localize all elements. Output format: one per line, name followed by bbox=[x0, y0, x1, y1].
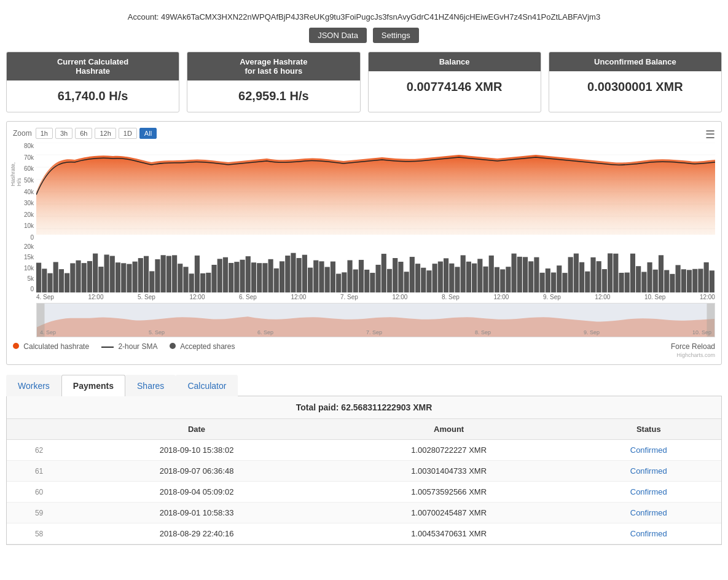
svg-rect-65 bbox=[359, 260, 364, 292]
zoom-12h[interactable]: 12h bbox=[95, 128, 115, 139]
svg-rect-24 bbox=[127, 264, 131, 292]
svg-rect-52 bbox=[285, 256, 290, 292]
zoom-label: Zoom bbox=[13, 129, 32, 138]
svg-rect-117 bbox=[653, 270, 658, 292]
svg-rect-96 bbox=[534, 257, 539, 292]
svg-rect-51 bbox=[280, 261, 284, 292]
legend-hashrate: Calculated hashrate bbox=[13, 342, 89, 351]
y-label-0: 0 bbox=[13, 234, 34, 241]
row-num-1: 61 bbox=[7, 461, 71, 482]
stat-value-2: 0.00774146 XMR bbox=[369, 71, 541, 103]
nav-x-4sep: 4. Sep bbox=[40, 329, 56, 335]
y-label-10k: 10k bbox=[13, 222, 34, 229]
chart-menu-icon[interactable]: ☰ bbox=[705, 128, 715, 141]
y-label-30k: 30k bbox=[13, 200, 34, 206]
page-wrapper: Account: 49WAk6TaCMX3HXN22nWPQAfBjP4J3Re… bbox=[0, 0, 728, 551]
x-1200-6: 12:00 bbox=[595, 294, 610, 300]
row-date-0: 2018-09-10 15:38:02 bbox=[71, 440, 322, 461]
tab-payments[interactable]: Payments bbox=[61, 375, 125, 396]
svg-rect-76 bbox=[421, 268, 426, 292]
zoom-all[interactable]: All bbox=[139, 128, 157, 139]
json-data-button[interactable]: JSON Data bbox=[309, 28, 367, 43]
zoom-1d[interactable]: 1D bbox=[119, 128, 137, 139]
account-address: 49WAk6TaCMX3HXN22nWPQAfBjP4J3ReUKg9tu3Fo… bbox=[161, 12, 600, 22]
table-row: 60 2018-09-04 05:09:02 1.00573592566 XMR… bbox=[7, 482, 721, 503]
svg-rect-48 bbox=[262, 263, 267, 292]
x-6sep: 6. Sep bbox=[239, 294, 257, 300]
svg-rect-8 bbox=[36, 263, 41, 292]
svg-rect-28 bbox=[149, 271, 154, 292]
row-status-3: Confirmed bbox=[576, 503, 721, 523]
nav-x-7sep: 7. Sep bbox=[366, 329, 382, 335]
zoom-6h[interactable]: 6h bbox=[75, 128, 92, 139]
shares-y-15k: 15k bbox=[13, 254, 34, 261]
zoom-3h[interactable]: 3h bbox=[55, 128, 72, 139]
toolbar: JSON Data Settings bbox=[6, 28, 722, 43]
svg-rect-77 bbox=[426, 270, 431, 292]
stat-header-0: Current CalculatedHashrate bbox=[7, 52, 179, 80]
account-label: Account: bbox=[128, 12, 159, 22]
svg-rect-121 bbox=[676, 265, 681, 292]
svg-rect-125 bbox=[698, 268, 703, 292]
svg-rect-38 bbox=[206, 273, 211, 292]
svg-rect-39 bbox=[211, 265, 216, 292]
svg-rect-111 bbox=[619, 273, 624, 292]
tab-workers[interactable]: Workers bbox=[6, 375, 61, 396]
settings-button[interactable]: Settings bbox=[373, 28, 419, 43]
svg-rect-41 bbox=[223, 257, 228, 292]
svg-rect-115 bbox=[641, 272, 646, 292]
svg-rect-56 bbox=[308, 268, 313, 292]
shares-y-10k: 10k bbox=[13, 265, 34, 272]
svg-rect-87 bbox=[483, 267, 488, 292]
svg-rect-57 bbox=[313, 261, 318, 292]
chart-container: Zoom 1h 3h 6h 12h 1D All ☰ 80k 70k 60k 5… bbox=[6, 121, 722, 365]
stat-value-3: 0.00300001 XMR bbox=[549, 71, 721, 103]
svg-rect-44 bbox=[240, 260, 245, 292]
svg-rect-54 bbox=[297, 258, 302, 292]
svg-rect-118 bbox=[659, 255, 663, 292]
force-reload-btn[interactable]: Force Reload bbox=[671, 342, 715, 351]
svg-rect-98 bbox=[546, 268, 550, 292]
svg-rect-124 bbox=[692, 269, 697, 292]
stat-header-2: Balance bbox=[369, 52, 541, 71]
svg-rect-84 bbox=[466, 262, 471, 292]
row-num-4: 58 bbox=[7, 523, 71, 544]
x-1200-5: 12:00 bbox=[493, 294, 509, 300]
svg-rect-120 bbox=[670, 274, 675, 292]
svg-rect-66 bbox=[364, 270, 369, 292]
svg-rect-83 bbox=[461, 255, 466, 292]
svg-rect-47 bbox=[257, 263, 262, 292]
svg-rect-30 bbox=[161, 255, 166, 292]
svg-rect-101 bbox=[562, 273, 567, 292]
svg-rect-74 bbox=[410, 257, 415, 292]
svg-rect-90 bbox=[500, 269, 505, 292]
tab-shares[interactable]: Shares bbox=[125, 375, 176, 396]
svg-rect-78 bbox=[432, 264, 437, 292]
x-5sep: 5. Sep bbox=[138, 294, 155, 300]
svg-rect-64 bbox=[353, 270, 358, 292]
zoom-1h[interactable]: 1h bbox=[36, 128, 53, 139]
tab-calculator[interactable]: Calculator bbox=[176, 375, 238, 396]
svg-rect-31 bbox=[166, 256, 171, 292]
x-1200-3: 12:00 bbox=[291, 294, 306, 300]
svg-rect-21 bbox=[110, 256, 115, 292]
svg-rect-100 bbox=[557, 265, 562, 292]
svg-rect-18 bbox=[93, 254, 98, 292]
table-row: 58 2018-08-29 22:40:16 1.00453470631 XMR… bbox=[7, 523, 721, 544]
row-num-3: 59 bbox=[7, 503, 71, 523]
svg-rect-94 bbox=[523, 257, 528, 292]
x-4sep: 4. Sep bbox=[36, 294, 54, 300]
navigator-chart[interactable]: 4. Sep 5. Sep 6. Sep 7. Sep 8. Sep 9. Se… bbox=[36, 303, 715, 337]
svg-rect-122 bbox=[681, 269, 686, 292]
shares-chart-svg bbox=[36, 243, 715, 292]
svg-rect-63 bbox=[347, 261, 352, 292]
stat-header-3: Unconfirmed Balance bbox=[549, 52, 721, 71]
stat-value-1: 62,959.1 H/s bbox=[187, 80, 359, 112]
legend-sma: 2-hour SMA bbox=[101, 342, 157, 351]
total-paid: Total paid: 62.568311222903 XMR bbox=[7, 396, 721, 419]
legend-shares: Accepted shares bbox=[170, 342, 235, 351]
row-status-4: Confirmed bbox=[576, 523, 721, 544]
svg-rect-81 bbox=[449, 264, 454, 292]
x-9sep: 9. Sep bbox=[543, 294, 561, 300]
svg-rect-119 bbox=[664, 270, 669, 292]
